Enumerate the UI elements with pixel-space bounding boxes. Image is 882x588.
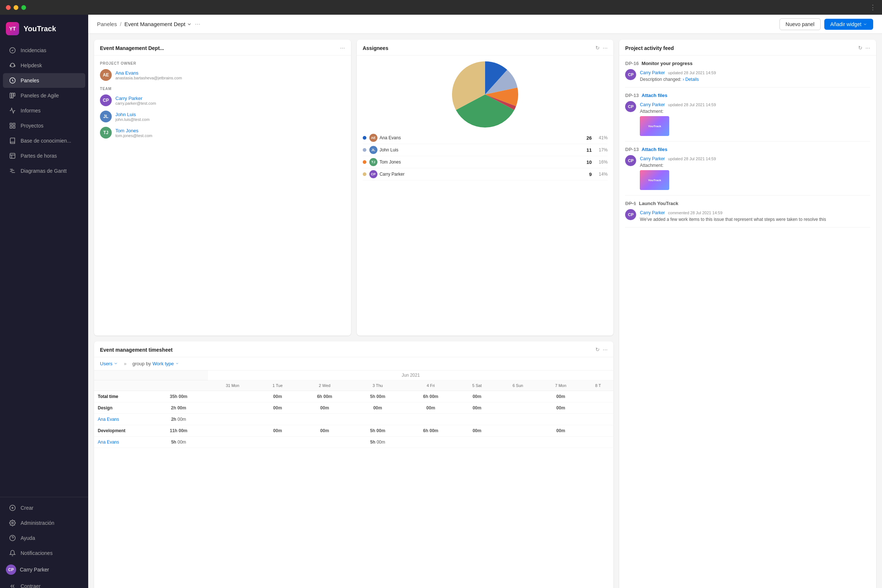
sidebar-item-diagramas-gantt[interactable]: Diagramas de Gantt	[3, 164, 85, 178]
month-label: Jun 2021	[208, 370, 614, 380]
sidebar-item-informes[interactable]: Informes	[3, 103, 85, 118]
activity-issue-link-0[interactable]: Monitor your progress	[642, 61, 693, 66]
svg-rect-8	[10, 123, 12, 125]
timesheet-options-icon[interactable]: ···	[603, 346, 608, 353]
close-button[interactable]	[6, 5, 10, 10]
sidebar-item-base-conocimiento[interactable]: Base de conocimien...	[3, 134, 85, 148]
sidebar-item-ayuda[interactable]: Ayuda	[3, 531, 85, 545]
sidebar-item-partes-horas[interactable]: Partes de horas	[3, 148, 85, 163]
timesheet-refresh-icon[interactable]: ↻	[596, 346, 600, 353]
ana-dev-6	[497, 436, 539, 448]
team-name-0[interactable]: Carry Parker	[116, 96, 156, 101]
sidebar-item-proyectos[interactable]: Proyectos	[3, 118, 85, 133]
chart-icon	[9, 107, 16, 114]
timesheet-row-design: Design 2h 00m 00m 00m 00m 00m 00m 00m	[94, 402, 614, 413]
sidebar: YT YouTrack Incidencias Helpdesk Pane	[0, 15, 88, 588]
ana-dev-5	[457, 436, 496, 448]
nuevo-panel-button[interactable]: Nuevo panel	[780, 18, 821, 30]
ana-dev-time: 5h 00m	[149, 436, 208, 448]
activity-time-2: updated 28 Jul 2021 14:59	[668, 156, 716, 161]
owner-name[interactable]: Ana Evans	[116, 70, 182, 76]
refresh-icon[interactable]: ↻	[596, 45, 600, 51]
total-3: 5h 00m	[351, 391, 404, 402]
users-chevron-icon	[114, 361, 118, 366]
activity-body-3: CP Carry Parker commented 28 Jul 2021 14…	[625, 209, 870, 222]
chevron-down-small-icon	[863, 22, 867, 27]
nav-label-helpdesk: Helpdesk	[21, 63, 42, 68]
sidebar-item-paneles[interactable]: Paneles	[3, 73, 85, 88]
activity-thumbnail-1: YouTrack	[640, 116, 669, 136]
legend-count-1: 11	[582, 147, 592, 153]
sidebar-item-incidencias[interactable]: Incidencias	[3, 43, 85, 58]
activity-options-icon[interactable]: ···	[866, 45, 870, 51]
svg-point-22	[12, 522, 14, 524]
activity-widget-title: Project activity feed	[625, 45, 674, 51]
activity-author-3[interactable]: Carry Parker	[640, 210, 665, 215]
sidebar-item-paneles-agile[interactable]: Paneles de Agile	[3, 88, 85, 103]
breadcrumb-current-text: Event Management Dept	[124, 21, 185, 27]
minimize-button[interactable]	[14, 5, 18, 10]
activity-desc-3: We've added a few work items to this iss…	[640, 217, 870, 222]
activity-author-1[interactable]: Carry Parker	[640, 102, 665, 107]
window-chrome: ⋮	[0, 0, 882, 15]
users-filter[interactable]: Users	[100, 361, 118, 366]
sidebar-item-crear[interactable]: Crear	[3, 501, 85, 515]
timesheet-scroll[interactable]: Jun 2021 31 Mon 1 Tue 2 Wed 3 Thu 4 Fri	[94, 370, 614, 448]
team-name-2[interactable]: Tom Jones	[116, 128, 152, 134]
timesheet-table: Jun 2021 31 Mon 1 Tue 2 Wed 3 Thu 4 Fri	[94, 370, 614, 448]
team-info-2: Tom Jones tom.jones@test.com	[116, 128, 152, 138]
total-7: 00m	[539, 391, 582, 402]
owner-avatar: AE	[100, 69, 112, 81]
activity-issue-link-1[interactable]: Attach files	[642, 93, 668, 98]
activity-author-2[interactable]: Carry Parker	[640, 156, 665, 161]
activity-detail-2: Carry Parker updated 28 Jul 2021 14:59 A…	[640, 155, 870, 190]
dev-2: 00m	[298, 425, 351, 436]
assignees-options-icon[interactable]: ···	[603, 45, 608, 51]
gear-icon	[9, 519, 16, 526]
breadcrumb-options-icon[interactable]: ···	[195, 20, 200, 28]
nav-label-paneles-agile: Paneles de Agile	[21, 93, 59, 99]
svg-rect-5	[10, 93, 11, 98]
assignees-widget-content: AE Ana Evans 26 41% JL John Luis	[357, 56, 614, 186]
dashboard-icon	[9, 77, 16, 84]
fullscreen-button[interactable]	[21, 5, 26, 10]
activity-refresh-icon[interactable]: ↻	[858, 45, 862, 51]
sidebar-item-helpdesk[interactable]: Helpdesk	[3, 58, 85, 73]
ana-dev-label: Ana Evans	[94, 436, 149, 448]
project-widget-options-icon[interactable]: ···	[340, 45, 345, 51]
design-1: 00m	[257, 402, 298, 413]
legend-row-3: CP Carry Parker 9 14%	[363, 168, 608, 180]
ana-dev-link[interactable]: Ana Evans	[98, 440, 119, 445]
ana-dev-7	[539, 436, 582, 448]
team-email-0: carry.parker@test.com	[116, 101, 156, 105]
timesheet-row-total: Total time 35h 00m 00m 6h 00m 5h 00m 6h …	[94, 391, 614, 402]
design-5: 00m	[457, 402, 496, 413]
activity-body-1: CP Carry Parker updated 28 Jul 2021 14:5…	[625, 101, 870, 136]
breadcrumb-parent[interactable]: Paneles	[97, 21, 117, 27]
ana-dev-2	[298, 436, 351, 448]
sidebar-item-administracion[interactable]: Administración	[3, 516, 85, 530]
group-by-value[interactable]: Work type	[153, 361, 179, 366]
legend-count-2: 10	[582, 159, 592, 165]
timesheet-row-ana-design: Ana Evans 2h 00m	[94, 413, 614, 425]
ana-dev-1	[257, 436, 298, 448]
anadir-widget-button[interactable]: Añadir widget	[824, 19, 873, 30]
check-circle-icon	[9, 46, 16, 54]
pie-chart	[452, 62, 518, 128]
dev-4: 6h 00m	[404, 425, 457, 436]
details-link-0[interactable]: › Details	[682, 77, 699, 82]
ana-design-31	[208, 413, 257, 425]
activity-author-0[interactable]: Carry Parker	[640, 70, 665, 75]
sidebar-item-notificaciones[interactable]: Notificaciones	[3, 546, 85, 560]
assignees-widget-header: Assignees ↻ ···	[357, 40, 614, 56]
team-name-1[interactable]: John Luis	[116, 112, 150, 117]
team-member-2: TJ Tom Jones tom.jones@test.com	[100, 127, 345, 138]
window-menu-icon[interactable]: ⋮	[870, 3, 876, 11]
ana-design-link[interactable]: Ana Evans	[98, 417, 119, 422]
nav-arrow-forward-icon[interactable]: »	[124, 361, 126, 366]
activity-issue-link-2[interactable]: Attach files	[642, 147, 668, 152]
sidebar-user[interactable]: CP Carry Parker	[0, 561, 88, 579]
activity-widget: Project activity feed ↻ ··· DP-16 Monito…	[619, 40, 876, 588]
sidebar-item-contraer[interactable]: Contraer	[3, 579, 85, 588]
svg-rect-9	[13, 123, 15, 125]
